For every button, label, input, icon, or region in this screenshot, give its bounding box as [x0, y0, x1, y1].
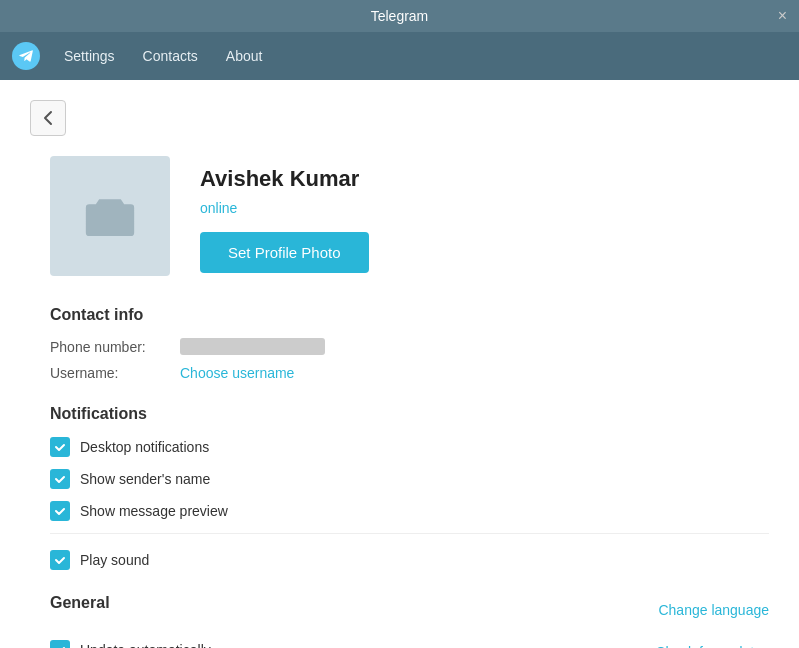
back-icon — [43, 110, 53, 126]
desktop-notifications-label: Desktop notifications — [80, 439, 209, 455]
update-automatically-checkbox[interactable] — [50, 640, 70, 648]
contact-info-title: Contact info — [50, 306, 769, 324]
show-senders-name-checkbox[interactable] — [50, 469, 70, 489]
profile-status: online — [200, 200, 369, 216]
notifications-title: Notifications — [50, 405, 769, 423]
play-sound-checkbox[interactable] — [50, 550, 70, 570]
change-language-link[interactable]: Change language — [658, 602, 769, 618]
check-icon — [54, 505, 66, 517]
update-automatically-row: Update automatically — [50, 640, 211, 648]
phone-label: Phone number: — [50, 339, 180, 355]
phone-row: Phone number: +91 301 302 0000 — [50, 338, 769, 355]
desktop-notifications-row: Desktop notifications — [50, 437, 769, 457]
username-label: Username: — [50, 365, 180, 381]
menu-item-contacts[interactable]: Contacts — [131, 42, 210, 70]
notifications-section: Notifications Desktop notifications Show… — [50, 405, 769, 570]
choose-username-link[interactable]: Choose username — [180, 365, 294, 381]
show-senders-name-label: Show sender's name — [80, 471, 210, 487]
profile-section: Avishek Kumar online Set Profile Photo — [50, 156, 769, 276]
profile-name: Avishek Kumar — [200, 166, 369, 192]
menu-item-about[interactable]: About — [214, 42, 275, 70]
check-for-updates-link[interactable]: Check for updates — [655, 644, 769, 648]
check-icon — [54, 441, 66, 453]
check-icon — [54, 644, 66, 648]
play-sound-label: Play sound — [80, 552, 149, 568]
app-logo — [12, 42, 40, 70]
menu-bar: Settings Contacts About — [0, 32, 799, 80]
check-icon — [54, 554, 66, 566]
show-message-preview-checkbox[interactable] — [50, 501, 70, 521]
show-message-preview-row: Show message preview — [50, 501, 769, 521]
divider — [50, 533, 769, 534]
telegram-icon — [17, 47, 35, 65]
menu-item-settings[interactable]: Settings — [52, 42, 127, 70]
contact-info-section: Contact info Phone number: +91 301 302 0… — [50, 306, 769, 381]
update-automatically-label: Update automatically — [80, 642, 211, 648]
set-profile-photo-button[interactable]: Set Profile Photo — [200, 232, 369, 273]
back-button[interactable] — [30, 100, 66, 136]
username-row: Username: Choose username — [50, 365, 769, 381]
camera-icon — [85, 191, 135, 241]
desktop-notifications-checkbox[interactable] — [50, 437, 70, 457]
general-header: General Change language — [50, 594, 769, 626]
app-title: Telegram — [371, 8, 429, 24]
show-message-preview-label: Show message preview — [80, 503, 228, 519]
title-bar: Telegram × — [0, 0, 799, 32]
profile-info: Avishek Kumar online Set Profile Photo — [200, 156, 369, 273]
close-button[interactable]: × — [778, 8, 787, 24]
avatar-placeholder — [50, 156, 170, 276]
general-title: General — [50, 594, 110, 612]
show-senders-name-row: Show sender's name — [50, 469, 769, 489]
general-section: General Change language Update automatic… — [50, 594, 769, 648]
play-sound-row: Play sound — [50, 550, 769, 570]
check-icon — [54, 473, 66, 485]
phone-value: +91 301 302 0000 — [180, 338, 325, 355]
main-content: Avishek Kumar online Set Profile Photo C… — [0, 80, 799, 648]
